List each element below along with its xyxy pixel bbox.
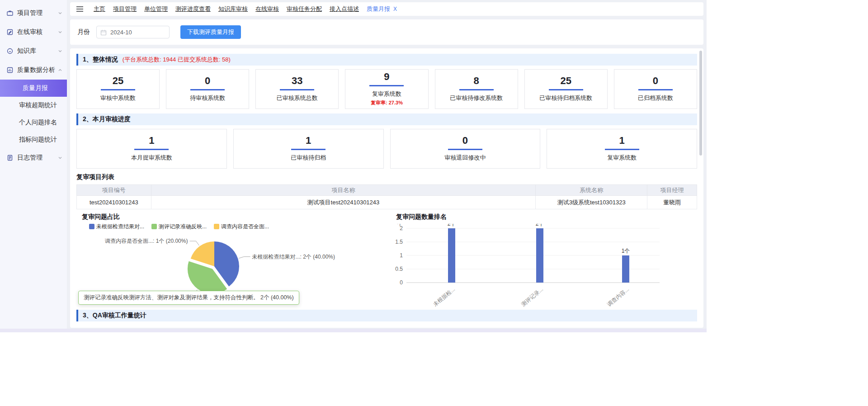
sidebar-item-online-review[interactable]: 在线审核 <box>0 23 67 42</box>
pie-chart-panel: 复审问题占比 未根据检查结果对...测评记录准确反映...调查内容是否全面...… <box>76 212 391 310</box>
stat-card: 1 已审核待归档 <box>233 129 384 169</box>
menu-collapse-icon[interactable] <box>76 6 83 12</box>
stat-underline <box>134 149 169 150</box>
stat-value: 8 <box>474 76 479 86</box>
tab-knowledge-review[interactable]: 知识库审核 <box>218 5 248 13</box>
legend-item[interactable]: 调查内容是否全面... <box>214 223 269 231</box>
review-project-table: 项目编号 项目名称 系统名称 项目经理 test202410301243 测试项… <box>76 184 697 209</box>
stat-underline <box>190 89 225 90</box>
stat-label: 已审核待归档系统数 <box>539 94 592 102</box>
stat-label: 已审核待修改系统数 <box>450 94 503 102</box>
month-input[interactable] <box>96 26 170 38</box>
sidebar-item-log-mgmt[interactable]: 日志管理 <box>0 148 67 167</box>
section-title-qa-workload: 3、QA审核工作量统计 <box>83 312 146 320</box>
stat-label: 本月提审系统数 <box>131 154 172 162</box>
tab-home[interactable]: 主页 <box>94 5 105 13</box>
stat-card: 1 本月提审系统数 <box>76 129 227 169</box>
cell-project-manager: 董晓雨 <box>647 196 697 209</box>
tab-unit-mgmt[interactable]: 单位管理 <box>144 5 168 13</box>
tab-online-review[interactable]: 在线审核 <box>255 5 279 13</box>
stat-card: 0 已归档系统数 <box>614 69 697 109</box>
filter-panel: 月份 下载测评质量月报 <box>70 19 703 45</box>
tab-project-mgmt[interactable]: 项目管理 <box>113 5 137 13</box>
stat-label: 复审系统数 <box>607 154 637 162</box>
month-stats-row: 1 本月提审系统数 1 已审核待归档 0 审核退回修改中 1 复 <box>76 129 697 169</box>
sidebar-item-label: 日志管理 <box>17 154 58 162</box>
stat-label: 审核中系统数 <box>100 94 136 102</box>
tab-quality-monthly-report[interactable]: 质量月报 X <box>367 5 397 13</box>
sidebar-item-knowledge-base[interactable]: 知识库 <box>0 42 67 61</box>
sidebar-item-quality-analysis[interactable]: 质量数据分析 <box>0 61 67 80</box>
svg-text:0: 0 <box>400 279 403 286</box>
section-qa-workload: 3、QA审核工作量统计 <box>76 310 697 321</box>
legend-item[interactable]: 未根据检查结果对... <box>89 223 144 231</box>
download-monthly-report-button[interactable]: 下载测评质量月报 <box>180 25 241 39</box>
tab-bar: 主页 项目管理 单位管理 测评进度查看 知识库审核 在线审核 审核任务分配 接入… <box>70 2 703 16</box>
stat-card: 25 已审核待归档系统数 <box>524 69 608 109</box>
month-label: 月份 <box>77 28 90 36</box>
stat-label: 待审核系统数 <box>190 94 225 102</box>
stat-card: 1 复审系统数 <box>547 129 697 169</box>
tab-label: 质量月报 <box>367 5 390 13</box>
submenu-item-quality-monthly-report[interactable]: 质量月报 <box>0 80 67 97</box>
stat-card: 9 复审系统数 复审率: 27.3% <box>345 69 428 109</box>
tab-access-point-desc[interactable]: 接入点描述 <box>330 5 359 13</box>
briefcase-icon <box>6 9 14 17</box>
app-window: 项目管理 在线审核 知识库 <box>0 0 707 332</box>
stat-card: 0 审核退回修改中 <box>390 129 541 169</box>
bar-chart-panel: 复审问题数量排名 00.511.52个2个未根据检...2个测评记录...1个调… <box>391 212 697 310</box>
sidebar-item-project-mgmt[interactable]: 项目管理 <box>0 4 67 23</box>
section-month-progress: 2、本月审核进度 <box>76 113 697 125</box>
stat-underline <box>605 149 639 150</box>
chevron-down-icon <box>58 156 62 160</box>
svg-text:未根据检查结果对...: 2个 (40.00%): 未根据检查结果对...: 2个 (40.00%) <box>252 254 335 260</box>
section-title-month-progress: 2、本月审核进度 <box>83 115 131 123</box>
stat-card: 8 已审核待修改系统数 <box>435 69 518 109</box>
stat-underline <box>101 89 135 90</box>
bar-chart-icon <box>6 66 14 74</box>
svg-text:1: 1 <box>400 252 403 259</box>
section-subtitle-overall: (平台系统总数: 1944 已提交系统总数: 58) <box>123 56 231 64</box>
stat-label: 已审核系统总数 <box>277 94 318 102</box>
tab-progress-view[interactable]: 测评进度查看 <box>175 5 211 13</box>
sidebar-item-label: 在线审核 <box>17 28 58 36</box>
close-icon[interactable]: X <box>393 6 397 12</box>
section-title-overall: 1、整体情况 <box>83 56 118 64</box>
stat-value: 1 <box>306 136 311 146</box>
submenu-item-personal-issue-ranking[interactable]: 个人问题排名 <box>0 114 67 131</box>
report-content-panel: 1、整体情况 (平台系统总数: 1944 已提交系统总数: 58) 25 审核中… <box>70 48 703 328</box>
svg-text:未根据检...: 未根据检... <box>432 286 456 308</box>
main-area: 主页 项目管理 单位管理 测评进度查看 知识库审核 在线审核 审核任务分配 接入… <box>67 0 707 332</box>
col-header-system-name: 系统名称 <box>536 185 647 196</box>
chevron-down-icon <box>58 49 62 53</box>
vertical-scrollbar-thumb[interactable] <box>699 51 702 156</box>
pie-chart-title: 复审问题占比 <box>82 213 120 221</box>
cell-project-code: test202410301243 <box>77 196 151 209</box>
legend-item[interactable]: 测评记录准确反映... <box>151 223 207 231</box>
edit-icon <box>6 28 14 36</box>
stat-value: 9 <box>384 72 389 82</box>
stat-label: 复审系统数 <box>372 90 401 98</box>
horizontal-scrollbar-track[interactable] <box>0 329 707 332</box>
svg-text:测评记录...: 测评记录... <box>520 286 544 308</box>
stat-value: 0 <box>462 136 468 146</box>
bar-chart-svg[interactable]: 00.511.52个2个未根据检...2个测评记录...1个调查内容... <box>391 224 680 310</box>
section-overall: 1、整体情况 (平台系统总数: 1944 已提交系统总数: 58) <box>76 54 697 66</box>
col-header-project-code: 项目编号 <box>77 185 151 196</box>
stat-value: 0 <box>653 76 658 86</box>
stat-underline <box>549 89 583 90</box>
col-header-project-name: 项目名称 <box>151 185 536 196</box>
svg-text:个: 个 <box>397 224 403 227</box>
legend-swatch <box>214 224 219 229</box>
stat-label: 已审核待归档 <box>291 154 326 162</box>
tab-task-assignment[interactable]: 审核任务分配 <box>287 5 322 13</box>
chevron-up-icon <box>58 68 62 72</box>
svg-text:2个: 2个 <box>536 224 544 227</box>
legend-swatch <box>89 224 94 229</box>
stat-label: 审核退回修改中 <box>444 154 486 162</box>
submenu-item-indicator-issue-stats[interactable]: 指标问题统计 <box>0 131 67 148</box>
submenu-item-review-overdue-stats[interactable]: 审核超期统计 <box>0 97 67 114</box>
sidebar-item-label: 质量数据分析 <box>17 66 58 74</box>
stat-value: 25 <box>561 76 571 86</box>
sidebar-item-label: 知识库 <box>17 47 58 55</box>
